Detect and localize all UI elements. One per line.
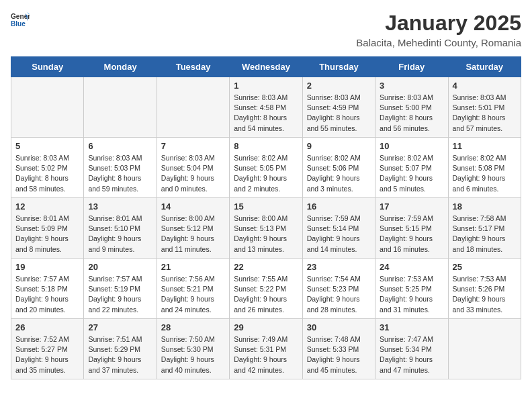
calendar-cell: 31Sunrise: 7:47 AM Sunset: 5:34 PM Dayli… [375, 319, 448, 379]
calendar-week-row: 19Sunrise: 7:57 AM Sunset: 5:18 PM Dayli… [11, 259, 521, 319]
calendar-cell [157, 77, 229, 138]
day-number: 20 [88, 262, 152, 272]
day-number: 17 [380, 201, 443, 212]
calendar-cell: 21Sunrise: 7:56 AM Sunset: 5:21 PM Dayli… [157, 259, 229, 319]
day-number: 1 [234, 81, 298, 91]
day-info: Sunrise: 7:51 AM Sunset: 5:29 PM Dayligh… [88, 334, 152, 375]
column-header-friday: Friday [375, 57, 448, 77]
day-number: 30 [307, 322, 371, 332]
day-number: 8 [234, 141, 298, 151]
column-header-saturday: Saturday [448, 57, 521, 77]
calendar-cell: 9Sunrise: 8:02 AM Sunset: 5:06 PM Daylig… [302, 138, 375, 198]
day-number: 19 [15, 262, 79, 272]
column-header-tuesday: Tuesday [157, 57, 229, 77]
day-info: Sunrise: 7:53 AM Sunset: 5:25 PM Dayligh… [380, 274, 443, 315]
calendar-cell: 4Sunrise: 8:03 AM Sunset: 5:01 PM Daylig… [448, 77, 521, 138]
day-info: Sunrise: 7:47 AM Sunset: 5:34 PM Dayligh… [380, 334, 443, 375]
logo: General Blue [11, 11, 30, 30]
day-info: Sunrise: 7:57 AM Sunset: 5:19 PM Dayligh… [88, 274, 152, 315]
calendar-cell: 19Sunrise: 7:57 AM Sunset: 5:18 PM Dayli… [11, 259, 84, 319]
day-number: 28 [161, 322, 225, 332]
day-number: 10 [380, 141, 443, 151]
column-header-thursday: Thursday [302, 57, 375, 77]
column-header-sunday: Sunday [11, 57, 84, 77]
day-info: Sunrise: 7:59 AM Sunset: 5:15 PM Dayligh… [380, 214, 443, 255]
day-info: Sunrise: 8:03 AM Sunset: 5:02 PM Dayligh… [15, 153, 79, 194]
day-info: Sunrise: 8:01 AM Sunset: 5:10 PM Dayligh… [88, 214, 152, 255]
page-title: January 2025 [356, 11, 521, 36]
calendar-cell: 11Sunrise: 8:02 AM Sunset: 5:08 PM Dayli… [448, 138, 521, 198]
day-number: 25 [453, 262, 517, 272]
calendar-week-row: 26Sunrise: 7:52 AM Sunset: 5:27 PM Dayli… [11, 319, 521, 379]
calendar-cell: 25Sunrise: 7:53 AM Sunset: 5:26 PM Dayli… [448, 259, 521, 319]
day-info: Sunrise: 7:50 AM Sunset: 5:30 PM Dayligh… [161, 334, 225, 375]
calendar-cell: 7Sunrise: 8:03 AM Sunset: 5:04 PM Daylig… [157, 138, 229, 198]
day-info: Sunrise: 8:03 AM Sunset: 4:58 PM Dayligh… [234, 93, 298, 134]
day-info: Sunrise: 7:58 AM Sunset: 5:17 PM Dayligh… [453, 214, 517, 255]
day-info: Sunrise: 8:02 AM Sunset: 5:07 PM Dayligh… [380, 153, 443, 194]
day-info: Sunrise: 7:49 AM Sunset: 5:31 PM Dayligh… [234, 334, 298, 375]
calendar-cell [448, 319, 521, 379]
calendar-cell: 5Sunrise: 8:03 AM Sunset: 5:02 PM Daylig… [11, 138, 84, 198]
header: General Blue January 2025 Balacita, Mehe… [11, 11, 521, 48]
day-info: Sunrise: 8:03 AM Sunset: 4:59 PM Dayligh… [307, 93, 371, 134]
calendar-week-row: 1Sunrise: 8:03 AM Sunset: 4:58 PM Daylig… [11, 77, 521, 138]
day-info: Sunrise: 7:52 AM Sunset: 5:27 PM Dayligh… [15, 334, 79, 375]
day-number: 3 [380, 81, 443, 91]
day-info: Sunrise: 8:03 AM Sunset: 5:04 PM Dayligh… [161, 153, 225, 194]
day-number: 27 [88, 322, 152, 332]
calendar-cell: 10Sunrise: 8:02 AM Sunset: 5:07 PM Dayli… [375, 138, 448, 198]
day-number: 23 [307, 262, 371, 272]
calendar-cell: 17Sunrise: 7:59 AM Sunset: 5:15 PM Dayli… [375, 198, 448, 259]
day-number: 12 [15, 201, 79, 212]
day-info: Sunrise: 8:00 AM Sunset: 5:12 PM Dayligh… [161, 214, 225, 255]
calendar-cell: 16Sunrise: 7:59 AM Sunset: 5:14 PM Dayli… [302, 198, 375, 259]
calendar-cell: 26Sunrise: 7:52 AM Sunset: 5:27 PM Dayli… [11, 319, 84, 379]
calendar-cell: 22Sunrise: 7:55 AM Sunset: 5:22 PM Dayli… [230, 259, 302, 319]
calendar-week-row: 12Sunrise: 8:01 AM Sunset: 5:09 PM Dayli… [11, 198, 521, 259]
day-info: Sunrise: 7:59 AM Sunset: 5:14 PM Dayligh… [307, 214, 371, 255]
calendar-cell: 12Sunrise: 8:01 AM Sunset: 5:09 PM Dayli… [11, 198, 84, 259]
day-number: 16 [307, 201, 371, 212]
calendar-cell: 29Sunrise: 7:49 AM Sunset: 5:31 PM Dayli… [230, 319, 302, 379]
calendar-cell [84, 77, 157, 138]
title-area: January 2025 Balacita, Mehedinti County,… [356, 11, 521, 48]
day-number: 2 [307, 81, 371, 91]
day-number: 6 [88, 141, 152, 151]
calendar-cell: 30Sunrise: 7:48 AM Sunset: 5:33 PM Dayli… [302, 319, 375, 379]
day-info: Sunrise: 7:57 AM Sunset: 5:18 PM Dayligh… [15, 274, 79, 315]
day-number: 31 [380, 322, 443, 332]
svg-text:Blue: Blue [11, 20, 26, 28]
calendar-cell: 15Sunrise: 8:00 AM Sunset: 5:13 PM Dayli… [230, 198, 302, 259]
calendar-cell: 1Sunrise: 8:03 AM Sunset: 4:58 PM Daylig… [230, 77, 302, 138]
logo-icon: General Blue [11, 11, 30, 30]
day-number: 5 [15, 141, 79, 151]
day-number: 29 [234, 322, 298, 332]
day-info: Sunrise: 8:02 AM Sunset: 5:08 PM Dayligh… [453, 153, 517, 194]
day-info: Sunrise: 8:03 AM Sunset: 5:03 PM Dayligh… [88, 153, 152, 194]
calendar-cell: 14Sunrise: 8:00 AM Sunset: 5:12 PM Dayli… [157, 198, 229, 259]
day-info: Sunrise: 8:01 AM Sunset: 5:09 PM Dayligh… [15, 214, 79, 255]
calendar-cell: 20Sunrise: 7:57 AM Sunset: 5:19 PM Dayli… [84, 259, 157, 319]
calendar-cell: 8Sunrise: 8:02 AM Sunset: 5:05 PM Daylig… [230, 138, 302, 198]
day-number: 11 [453, 141, 517, 151]
calendar-cell: 13Sunrise: 8:01 AM Sunset: 5:10 PM Dayli… [84, 198, 157, 259]
calendar-cell: 18Sunrise: 7:58 AM Sunset: 5:17 PM Dayli… [448, 198, 521, 259]
day-info: Sunrise: 8:02 AM Sunset: 5:06 PM Dayligh… [307, 153, 371, 194]
column-header-monday: Monday [84, 57, 157, 77]
day-number: 22 [234, 262, 298, 272]
calendar-cell [11, 77, 84, 138]
calendar-header-row: SundayMondayTuesdayWednesdayThursdayFrid… [11, 57, 521, 77]
calendar-week-row: 5Sunrise: 8:03 AM Sunset: 5:02 PM Daylig… [11, 138, 521, 198]
day-number: 7 [161, 141, 225, 151]
page-subtitle: Balacita, Mehedinti County, Romania [356, 37, 521, 48]
calendar-cell: 6Sunrise: 8:03 AM Sunset: 5:03 PM Daylig… [84, 138, 157, 198]
day-number: 24 [380, 262, 443, 272]
calendar-cell: 2Sunrise: 8:03 AM Sunset: 4:59 PM Daylig… [302, 77, 375, 138]
day-info: Sunrise: 8:02 AM Sunset: 5:05 PM Dayligh… [234, 153, 298, 194]
day-info: Sunrise: 7:54 AM Sunset: 5:23 PM Dayligh… [307, 274, 371, 315]
day-info: Sunrise: 7:53 AM Sunset: 5:26 PM Dayligh… [453, 274, 517, 315]
calendar-cell: 24Sunrise: 7:53 AM Sunset: 5:25 PM Dayli… [375, 259, 448, 319]
day-number: 15 [234, 201, 298, 212]
day-number: 13 [88, 201, 152, 212]
